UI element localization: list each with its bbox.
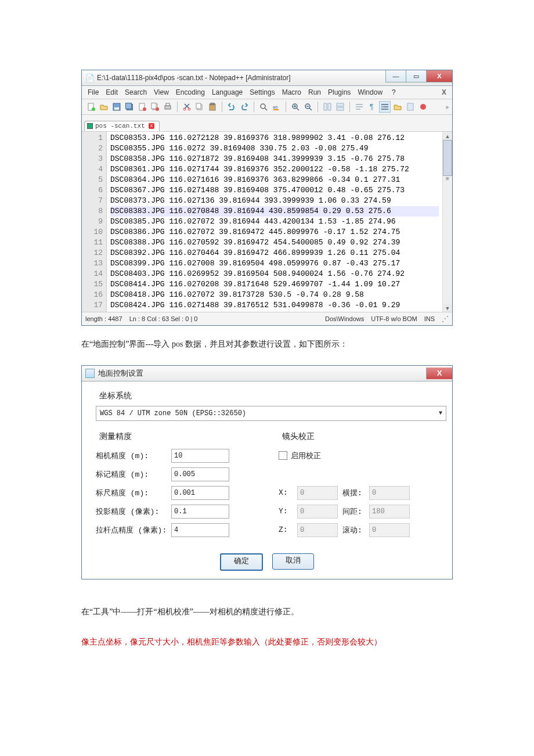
svg-rect-11 [165, 106, 171, 109]
svg-text:¶: ¶ [370, 103, 373, 111]
find-icon[interactable] [258, 101, 269, 113]
coord-system-value: WGS 84 / UTM zone 50N (EPSG::32650) [100, 409, 246, 417]
projection-accuracy-input[interactable]: 0.1 [171, 505, 229, 519]
status-ins: INS [424, 315, 435, 322]
show-all-icon[interactable]: ¶ [366, 101, 378, 113]
x-input[interactable]: 0 [297, 486, 338, 500]
svg-rect-18 [211, 103, 214, 105]
paragraph-1: 在“地面控制”界面---导入 pos 数据，并且对其参数进行设置，如下图所示： [81, 337, 453, 351]
notepadpp-window: 📄 E:\1-data\1118-pix4d\pos -scan.txt - N… [81, 70, 453, 326]
tab-close-icon[interactable]: x [149, 123, 154, 129]
replace-icon[interactable]: ab [270, 101, 282, 113]
menu-search[interactable]: Search [121, 88, 150, 96]
marker-accuracy-input[interactable]: 0.005 [171, 467, 229, 481]
yaw-label: 横摆: [342, 488, 365, 498]
menu-plugins[interactable]: Plugins [324, 88, 354, 96]
wrap-icon[interactable] [353, 101, 365, 113]
editor-area[interactable]: 1234567891011121314151617 DSC08353.JPG 1… [82, 132, 452, 312]
scroll-thumb[interactable] [443, 140, 452, 176]
scroll-up-icon[interactable]: ▲ [443, 132, 452, 140]
save-icon[interactable] [111, 101, 122, 113]
code-text[interactable]: DSC08353.JPG 116.0272128 39.8169376 318.… [107, 132, 442, 312]
cut-icon[interactable] [181, 101, 193, 113]
resize-grip-icon[interactable]: ⋰ [442, 315, 449, 323]
dialog-close-button[interactable]: X [426, 368, 452, 379]
menu-settings[interactable]: Settings [246, 88, 278, 96]
svg-rect-12 [166, 103, 169, 106]
svg-rect-5 [126, 103, 132, 109]
undo-icon[interactable] [226, 101, 237, 113]
z-label: Z: [279, 525, 293, 534]
menu-window[interactable]: Window [354, 88, 386, 96]
tab-status-icon [87, 123, 93, 129]
toolbar: ab ¶ » [82, 99, 452, 115]
scrollbar-vertical[interactable]: ▲ ≡ ▼ [442, 132, 452, 312]
menu-encoding[interactable]: Encoding [172, 88, 208, 96]
minimize-button[interactable]: — [385, 70, 406, 82]
copy-icon[interactable] [194, 101, 205, 113]
close-button[interactable]: X [426, 70, 452, 82]
lens-title: 镜头校正 [282, 431, 438, 442]
projection-accuracy-label: 投影精度 (像素): [96, 506, 171, 517]
accuracy-title: 测量精度 [99, 431, 255, 442]
tab-active[interactable]: pos -scan.txt x [84, 121, 160, 131]
menu-macro[interactable]: Macro [279, 88, 305, 96]
svg-rect-24 [328, 103, 331, 110]
window-title: E:\1-data\1118-pix4d\pos -scan.txt - Not… [97, 74, 385, 82]
menu-help[interactable]: ? [388, 88, 399, 96]
toolbar-overflow-icon[interactable]: » [445, 104, 449, 110]
enable-calibration-checkbox[interactable] [279, 451, 287, 460]
indent-icon[interactable] [379, 101, 391, 113]
paragraph-2: 在“工具”中――打开“相机校准”――对相机的精度进行修正。 [81, 605, 453, 619]
status-enc: UTF-8 w/o BOM [371, 315, 417, 322]
menu-file[interactable]: File [84, 88, 102, 96]
menu-language[interactable]: Language [208, 88, 246, 96]
chevron-down-icon: ▼ [439, 410, 442, 416]
zoom-out-icon[interactable] [302, 101, 314, 113]
dialog-icon [85, 369, 95, 378]
coord-system-select[interactable]: WGS 84 / UTM zone 50N (EPSG::32650) ▼ [96, 406, 446, 421]
status-eol: Dos\Windows [325, 315, 364, 322]
menu-view[interactable]: View [150, 88, 172, 96]
marker-accuracy-label: 标记精度 (m): [96, 469, 171, 480]
svg-rect-23 [324, 103, 327, 110]
close-file-icon[interactable] [136, 101, 148, 113]
open-icon[interactable] [98, 101, 110, 113]
svg-rect-9 [151, 103, 156, 109]
zoom-in-icon[interactable] [290, 101, 301, 113]
menu-edit[interactable]: Edit [102, 88, 121, 96]
camera-accuracy-input[interactable]: 10 [171, 449, 229, 463]
folder-icon[interactable] [392, 101, 403, 113]
scale-accuracy-input[interactable]: 0.001 [171, 486, 229, 500]
paste-icon[interactable] [207, 101, 218, 113]
roll-input[interactable]: 0 [369, 523, 410, 537]
save-all-icon[interactable] [124, 101, 135, 113]
y-label: Y: [279, 507, 293, 516]
new-icon[interactable] [85, 101, 97, 113]
close-all-icon[interactable] [149, 101, 161, 113]
print-icon[interactable] [162, 101, 174, 113]
tab-close-x[interactable]: X [438, 88, 450, 96]
scroll-down-icon[interactable]: ▼ [443, 304, 452, 312]
camera-accuracy-label: 相机精度 (m): [96, 451, 171, 461]
menu-run[interactable]: Run [305, 88, 324, 96]
doc-map-icon[interactable] [405, 101, 416, 113]
maximize-button[interactable]: ▭ [406, 70, 426, 82]
tab-label: pos -scan.txt [95, 123, 145, 129]
dialog-title: 地面控制设置 [98, 368, 426, 379]
status-pos: Ln : 8 Col : 63 Sel : 0 | 0 [129, 315, 198, 322]
ok-button[interactable]: 确定 [220, 553, 263, 571]
tiepoint-accuracy-input[interactable]: 4 [171, 523, 229, 537]
pitch-input[interactable]: 180 [369, 505, 410, 519]
y-input[interactable]: 0 [297, 505, 338, 519]
svg-point-19 [261, 104, 265, 109]
yaw-input[interactable]: 0 [369, 486, 410, 500]
svg-rect-16 [196, 103, 201, 109]
redo-icon[interactable] [239, 101, 250, 113]
sync-h-icon[interactable] [334, 101, 346, 113]
z-input[interactable]: 0 [297, 523, 338, 537]
cancel-button[interactable]: 取消 [272, 553, 314, 570]
sync-v-icon[interactable] [322, 101, 333, 113]
ground-control-dialog: 地面控制设置 X 坐标系统 WGS 84 / UTM zone 50N (EPS… [81, 365, 453, 579]
record-icon[interactable] [417, 101, 429, 113]
